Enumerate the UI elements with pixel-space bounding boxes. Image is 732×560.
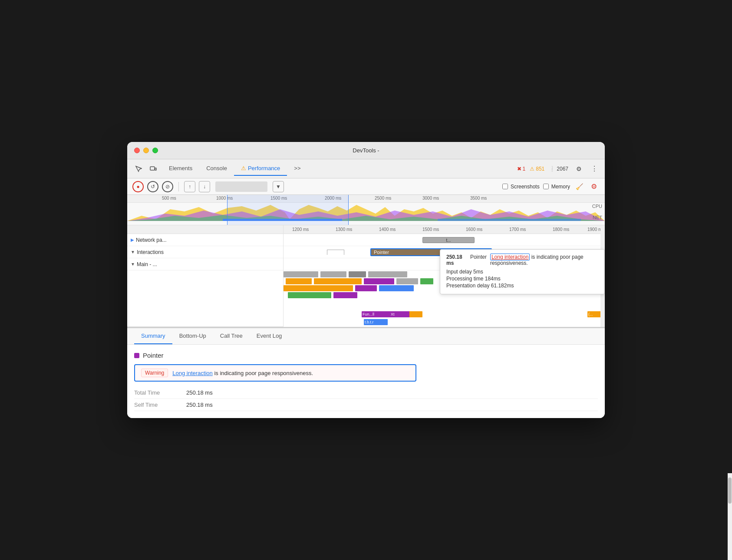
device-toggle-icon[interactable] [147, 163, 159, 175]
tick-2000: 2000 ms [325, 196, 341, 201]
ruler2-left [127, 225, 283, 234]
tick-1500: 1500 ms [270, 196, 287, 201]
r2-1500: 1500 ms [422, 227, 439, 232]
close-button[interactable] [134, 148, 140, 153]
reload-record-button[interactable]: ↺ [147, 181, 158, 192]
tab-performance[interactable]: ⚠Performance [234, 161, 287, 176]
r2-1600: 1600 ms [466, 227, 482, 232]
interaction-tick [327, 250, 344, 255]
summary-title: Pointer [134, 352, 598, 359]
t-bar: t... [422, 237, 475, 243]
tab-console[interactable]: Console [199, 161, 234, 176]
net-label: NET [593, 215, 602, 220]
flame-block-yellow [286, 278, 312, 284]
inspect-icon[interactable] [132, 163, 145, 175]
self-time-label: Self Time [134, 402, 186, 408]
flame-block [284, 271, 318, 277]
devtools-window: DevTools - Elements Console ⚠Performance… [127, 142, 605, 418]
clear-button[interactable]: ⊘ [162, 181, 173, 192]
record-button[interactable]: ● [132, 181, 144, 192]
tick-3000: 3000 ms [422, 196, 439, 201]
screenshots-checkbox[interactable] [502, 184, 508, 189]
tab-event-log[interactable]: Event Log [250, 328, 289, 344]
flame-block-yellow2 [314, 278, 362, 284]
tick-1000: 1000 ms [216, 196, 233, 201]
recording-select[interactable] [215, 181, 267, 192]
self-time-value: 250.18 ms [186, 402, 213, 408]
tab-elements[interactable]: Elements [162, 161, 199, 176]
svg-rect-0 [150, 167, 155, 170]
screenshots-checkbox-group: Screenshots [502, 184, 540, 190]
tooltip-processing-time: Processing time 184ms [446, 276, 598, 282]
network-label-row: ▶ Network pa... [127, 234, 283, 246]
tick-500: 500 ms [162, 196, 176, 201]
flame-block-blue [379, 285, 414, 291]
triangle-icon: ▼ [131, 250, 135, 254]
total-time-value: 250.18 ms [186, 389, 213, 396]
more-menu-button[interactable]: ⋮ [589, 163, 600, 175]
warning-label: Warning [141, 369, 168, 377]
tooltip-header: 250.18 ms Pointer Long interaction is in… [446, 254, 598, 266]
svg-rect-5 [223, 219, 342, 221]
interactions-label[interactable]: ▼ Interactions [127, 249, 167, 255]
flame-label-row: Fun...ll Fun...all t.b.t.r Xt (... [284, 311, 605, 318]
r2-1800: 1800 ms [553, 227, 569, 232]
main-label[interactable]: ▼ Main - ... [127, 261, 161, 267]
tab-call-tree[interactable]: Call Tree [213, 328, 250, 344]
upload-button[interactable]: ↑ [184, 181, 195, 192]
info-badge[interactable]: ❕ 2067 [549, 166, 568, 172]
svg-rect-1 [155, 168, 156, 170]
tab-summary[interactable]: Summary [134, 328, 172, 344]
download-button[interactable]: ↓ [199, 181, 210, 192]
summary-content: Pointer Warning Long interaction is indi… [127, 345, 605, 418]
window-title: DevTools - [353, 147, 379, 154]
flame-block-purple2 [355, 285, 377, 291]
flame-left-panel: ▶ Network pa... ▼ Interactions ▼ Main - … [127, 225, 284, 327]
clean-button[interactable]: 🧹 [574, 181, 585, 192]
error-badge[interactable]: ✖ 1 [517, 166, 526, 172]
memory-checkbox-group: Memory [543, 184, 570, 190]
overview-ruler: 500 ms 1000 ms 1500 ms 2000 ms 2500 ms 3… [127, 195, 605, 203]
tooltip-warning-link[interactable]: Long interaction [490, 254, 530, 260]
overview-timeline[interactable]: 500 ms 1000 ms 1500 ms 2000 ms 2500 ms 3… [127, 195, 605, 225]
warning-content: Long interaction is indicating poor page… [172, 370, 313, 376]
minimize-button[interactable] [143, 148, 149, 153]
tick-2500: 2500 ms [375, 196, 391, 201]
title-bar: DevTools - [127, 142, 605, 159]
flame-xt: Xt [390, 311, 409, 317]
performance-warning-icon: ⚠ [241, 165, 246, 171]
triangle-icon2: ▼ [131, 262, 135, 267]
toolbar-right: ✖ 1 ⚠ 851 ❕ 2067 ⚙ ⋮ [517, 163, 600, 175]
maximize-button[interactable] [152, 148, 158, 153]
tab-more[interactable]: >> [287, 161, 307, 176]
memory-label[interactable]: Memory [551, 184, 570, 190]
main-toolbar: Elements Console ⚠Performance >> ✖ 1 ⚠ 8… [127, 159, 605, 178]
bottom-tabs: Summary Bottom-Up Call Tree Event Log [127, 328, 605, 345]
dropdown-button[interactable]: ▼ [273, 181, 284, 192]
memory-checkbox[interactable] [543, 184, 549, 189]
flame-block-green [420, 278, 433, 284]
summary-title-text: Pointer [143, 352, 164, 359]
flame-block-purple3 [333, 292, 357, 298]
network-label[interactable]: ▶ Network pa... [127, 237, 170, 243]
interaction-tooltip: 250.18 ms Pointer Long interaction is in… [440, 249, 605, 294]
total-time-row: Total Time 250.18 ms [134, 387, 598, 399]
tab-bottom-up[interactable]: Bottom-Up [172, 328, 213, 344]
flame-block-purple [364, 278, 394, 284]
perf-toolbar: ● ↺ ⊘ ↑ ↓ ▼ Screenshots Memory 🧹 ⚙ [127, 178, 605, 195]
warning-badge[interactable]: ⚠ 851 [530, 166, 544, 172]
cpu-label: CPU [592, 204, 602, 209]
warning-link[interactable]: Long interaction [172, 370, 213, 376]
interactions-label-row: ▼ Interactions [127, 246, 283, 258]
flame-block [349, 271, 366, 277]
error-icon: ✖ [517, 166, 521, 172]
warning-box: Warning Long interaction is indicating p… [134, 364, 416, 382]
screenshots-label[interactable]: Screenshots [511, 184, 540, 190]
settings-button[interactable]: ⚙ [573, 163, 585, 175]
flame-right-panel[interactable]: 1200 ms 1300 ms 1400 ms 1500 ms 1600 ms … [284, 225, 605, 327]
r2-1400: 1400 ms [379, 227, 396, 232]
flame-block [320, 271, 346, 277]
flame-block [368, 271, 407, 277]
bottom-panel: Summary Bottom-Up Call Tree Event Log Po… [127, 327, 605, 418]
perf-settings-button[interactable]: ⚙ [588, 181, 600, 192]
